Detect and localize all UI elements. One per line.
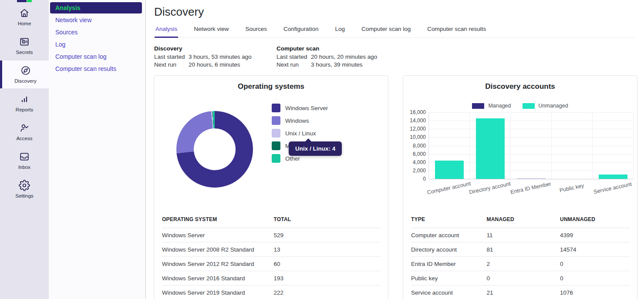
accounts-table-row: Service account211076 <box>411 286 630 299</box>
subnav-item-analysis[interactable]: Analysis <box>50 2 142 13</box>
cell: Windows Server <box>162 228 274 242</box>
legend-item-windows-server[interactable]: Windows Server <box>272 104 328 112</box>
logo-green-mark <box>27 0 32 2</box>
rail-item-home[interactable]: Home <box>0 3 49 31</box>
home-icon <box>19 13 30 20</box>
y-axis-tick-label: 10,000 <box>404 134 426 140</box>
subnav-item-sources[interactable]: Sources <box>50 27 142 38</box>
cell: 21 <box>487 286 560 299</box>
tab-computer-scan-results[interactable]: Computer scan results <box>426 25 487 37</box>
cell: Windows Server 2012 R2 Standard <box>162 257 274 271</box>
user-check-icon <box>19 128 30 135</box>
app-logo <box>0 0 49 2</box>
cell: Directory account <box>411 242 487 257</box>
chart-tooltip: Unix / Linux: 4 <box>289 141 342 156</box>
legend-item-unmanaged[interactable]: Unmanaged <box>523 103 568 109</box>
os-table-row: Windows Server 2016 Standard193 <box>162 271 381 286</box>
subnav-item-network-view[interactable]: Network view <box>50 14 142 26</box>
legend-swatch <box>523 103 535 109</box>
rail-item-reports[interactable]: Reports <box>0 89 49 117</box>
gear-icon <box>19 185 30 192</box>
accounts-table-row: Computer account114399 <box>411 228 630 242</box>
page-title: Discovery <box>154 5 635 19</box>
category-column-entra-id-member <box>511 112 552 179</box>
status-title: Computer scan <box>276 45 380 52</box>
status-label: Next run <box>154 61 189 68</box>
y-axis-tick-label: 4,000 <box>404 159 426 165</box>
y-axis-tick-label: 16,000 <box>404 109 426 115</box>
tab-computer-scan-log[interactable]: Computer scan log <box>361 25 411 37</box>
rail-item-access[interactable]: Access <box>0 118 49 146</box>
logo-purple-mark <box>17 0 27 2</box>
cell: 193 <box>274 271 381 286</box>
tooltip-text: Unix / Linux: 4 <box>295 145 335 152</box>
compass-icon <box>20 70 31 77</box>
column-header: MANAGED <box>487 212 560 228</box>
status-label: Last started <box>276 54 311 60</box>
y-axis-tick-label: 2,000 <box>404 168 426 174</box>
rail-item-label: Access <box>0 136 49 141</box>
subnav-item-log[interactable]: Log <box>50 39 142 50</box>
cell: 13 <box>274 242 381 257</box>
discovery-accounts-table: TYPEMANAGEDUNMANAGEDComputer account1143… <box>411 212 630 299</box>
accounts-card-title: Discovery accounts <box>403 76 637 91</box>
cell: 2 <box>487 257 560 271</box>
managed-bar-entra-id-member[interactable] <box>517 178 546 179</box>
legend-item-managed[interactable]: Managed <box>472 103 511 109</box>
discovery-subnav: AnalysisNetwork viewSourcesLogComputer s… <box>49 0 146 299</box>
y-axis-tick-label: 8,000 <box>404 143 426 149</box>
unmanaged-bar-directory-account[interactable] <box>476 118 505 179</box>
status-block-discovery: DiscoveryLast started3 hours, 53 minutes… <box>154 45 257 68</box>
rail-item-settings[interactable]: Settings <box>0 175 49 203</box>
tab-configuration[interactable]: Configuration <box>283 25 319 37</box>
rail-item-inbox[interactable]: Inbox <box>0 147 49 175</box>
subnav-item-computer-scan-log[interactable]: Computer scan log <box>50 51 142 62</box>
legend-label: Windows Server <box>285 105 328 111</box>
rail-item-label: Reports <box>0 107 49 112</box>
legend-swatch <box>272 104 280 112</box>
rail-item-discovery[interactable]: Discovery <box>0 60 49 88</box>
accounts-bar-plot <box>428 112 633 179</box>
accounts-chart-legend: ManagedUnmanaged <box>403 103 637 109</box>
os-table-row: Windows Server529 <box>162 228 381 242</box>
column-header: TOTAL <box>274 212 381 228</box>
cell: 60 <box>274 257 381 271</box>
legend-swatch <box>272 154 280 163</box>
os-card-title: Operating systems <box>154 76 388 91</box>
y-axis-tick-label: 12,000 <box>404 126 426 132</box>
status-label: Last started <box>154 54 189 60</box>
unmanaged-bar-service-account[interactable] <box>599 175 627 179</box>
subnav-item-computer-scan-results[interactable]: Computer scan results <box>50 63 142 74</box>
tab-sources[interactable]: Sources <box>245 25 268 37</box>
y-axis-tick-label: 6,000 <box>404 151 426 157</box>
cell: 0 <box>487 271 560 286</box>
os-table-row: Windows Server 2008 R2 Standard13 <box>162 242 381 257</box>
tab-network-view[interactable]: Network view <box>193 25 229 37</box>
category-column-service-account <box>593 112 634 179</box>
legend-label: Unix / Linux <box>285 130 316 137</box>
cell: 4399 <box>560 228 630 242</box>
legend-swatch <box>272 129 280 138</box>
accounts-table-row: Public key00 <box>411 271 630 286</box>
rail-item-label: Settings <box>0 193 49 198</box>
legend-item-unix-linux[interactable]: Unix / Linux <box>272 129 328 138</box>
legend-swatch <box>472 103 484 109</box>
y-axis-tick-label: 0 <box>404 176 426 182</box>
cell: 222 <box>274 286 381 299</box>
category-column-directory-account <box>470 112 511 179</box>
tab-analysis[interactable]: Analysis <box>155 25 178 38</box>
os-table-row: Windows Server 2019 Standard222 <box>162 286 381 299</box>
os-donut-chart[interactable] <box>176 111 253 188</box>
accounts-bar-chart-area: ManagedUnmanaged 02,0004,0006,0008,00010… <box>403 91 637 212</box>
cell: 14574 <box>560 242 630 257</box>
unmanaged-bar-computer-account[interactable] <box>435 161 464 179</box>
status-value: 20 hours, 20 minutes ago <box>311 54 380 60</box>
legend-label: Windows <box>285 118 309 124</box>
y-axis-tick-label: 14,000 <box>404 118 426 124</box>
rail-item-label: Secrets <box>0 50 49 55</box>
status-row: DiscoveryLast started3 hours, 53 minutes… <box>146 38 644 68</box>
operating-systems-table: OPERATING SYSTEMTOTALWindows Server529Wi… <box>162 212 381 299</box>
tab-log[interactable]: Log <box>334 25 346 37</box>
rail-item-secrets[interactable]: Secrets <box>0 32 49 60</box>
legend-item-windows[interactable]: Windows <box>272 116 328 125</box>
